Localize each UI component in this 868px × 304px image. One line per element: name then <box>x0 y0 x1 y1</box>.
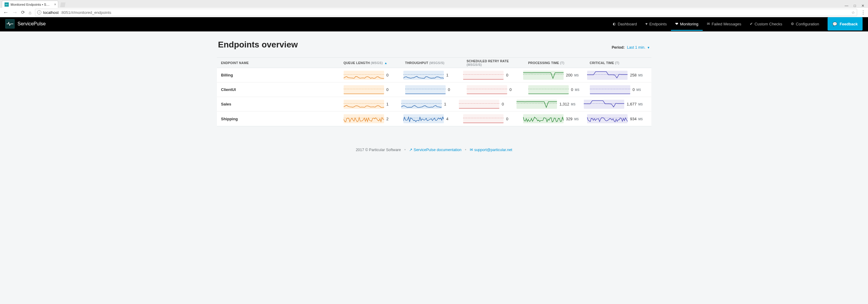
brand[interactable]: ServicePulse <box>5 19 45 28</box>
metric-cell-crit: 934 MS <box>587 114 651 123</box>
reload-button-icon[interactable]: ⟳ <box>21 10 25 15</box>
metric-value: 934 MS <box>630 117 643 121</box>
col-endpoint-name[interactable]: ENDPOINT NAME <box>217 61 344 65</box>
sparkline-blue <box>401 100 442 109</box>
sparkline-green <box>528 85 569 94</box>
metric-cell-retry: 0 <box>463 114 523 123</box>
metric-value: 0 MS <box>571 87 580 92</box>
site-info-icon[interactable]: i <box>37 10 41 15</box>
page-footer: 2017 © Particular Software • ↗ServicePul… <box>217 126 651 152</box>
window-maximize-icon[interactable]: □ <box>854 4 856 8</box>
endpoints-table: ENDPOINT NAME QUEUE LENGTH (MSGS) ▲ THRO… <box>217 57 651 126</box>
metric-cell-crit: 258 MS <box>587 71 651 80</box>
app-topbar: ServicePulse ◐ Dashboard ♥ Endpoints ❤ M… <box>0 17 868 30</box>
browser-toolbar: ← → ⟳ ⌂ i localhost :8051/#/monitored_en… <box>0 8 868 17</box>
metric-value: 0 <box>448 87 450 92</box>
metric-value: 1 <box>446 73 448 77</box>
new-tab-button[interactable] <box>60 2 65 7</box>
table-row[interactable]: Sales 1 1 0 1,312 MS 1,677 MS <box>217 97 651 111</box>
envelope-icon: ✉ <box>707 22 710 26</box>
metric-value: 0 <box>506 73 508 77</box>
period-value: Last 1 min. <box>627 45 645 50</box>
forward-button-icon: → <box>12 9 18 16</box>
sparkline-purple <box>584 100 624 109</box>
table-row[interactable]: Billing 0 1 0 200 MS 258 MS <box>217 68 651 83</box>
metric-cell-throughput: 0 <box>405 85 467 94</box>
sparkline-red <box>463 114 503 123</box>
page: Endpoints overview Period: Last 1 min. ▼… <box>217 31 651 170</box>
footer-support-link[interactable]: ✉support@particular.net <box>470 148 512 152</box>
sparkline-red <box>463 71 503 80</box>
metric-cell-crit: 1,677 MS <box>584 100 651 109</box>
close-tab-icon[interactable]: × <box>54 2 56 7</box>
nav-custom-checks[interactable]: ✔ Custom Checks <box>745 17 786 30</box>
col-processing-time[interactable]: PROCESSING TIME (T) <box>528 61 590 65</box>
sparkline-red <box>459 100 499 109</box>
nav-label: Dashboard <box>618 22 637 26</box>
metric-cell-queue: 0 <box>344 71 403 80</box>
metric-value: 0 <box>386 73 389 77</box>
speech-bubble-icon: 💬 <box>832 22 837 26</box>
browser-menu-icon[interactable]: ⋮ <box>861 10 865 16</box>
metric-cell-proc: 0 MS <box>528 85 590 94</box>
nav-failed-messages[interactable]: ✉ Failed Messages <box>703 17 745 30</box>
col-queue-length[interactable]: QUEUE LENGTH (MSGS) ▲ <box>344 61 405 65</box>
url-host: localhost <box>43 10 59 15</box>
metric-cell-retry: 0 <box>463 71 523 80</box>
table-row[interactable]: Shipping 2 4 0 329 MS 934 MS <box>217 111 651 126</box>
external-link-icon: ↗ <box>409 148 412 152</box>
sparkline-orange <box>344 100 384 109</box>
period-label: Period: <box>612 45 624 50</box>
home-button-icon[interactable]: ⌂ <box>29 10 31 15</box>
metric-value: 200 MS <box>566 73 579 77</box>
metric-value: 1,312 MS <box>559 102 575 106</box>
endpoint-name: Billing <box>217 73 344 77</box>
browser-chrome: Monitored Endpoints • S… × — □ ✕ ← → ⟳ ⌂… <box>0 0 868 17</box>
caret-down-icon: ▼ <box>647 46 650 49</box>
col-throughput[interactable]: THROUGHPUT (MSGS/S) <box>405 61 467 65</box>
window-minimize-icon[interactable]: — <box>845 4 848 8</box>
metric-value: 1 <box>444 102 446 106</box>
browser-tab[interactable]: Monitored Endpoints • S… × <box>2 1 58 8</box>
metric-value: 1,677 MS <box>627 102 643 106</box>
back-button-icon[interactable]: ← <box>3 9 8 16</box>
metric-cell-throughput: 4 <box>403 114 463 123</box>
nav-dashboard[interactable]: ◐ Dashboard <box>609 17 641 30</box>
bookmark-star-icon[interactable]: ☆ <box>851 10 855 15</box>
heart-icon: ♥ <box>645 22 647 26</box>
col-critical-time[interactable]: CRITICAL TIME (T) <box>590 61 651 65</box>
endpoint-name: Sales <box>217 102 344 106</box>
nav-monitoring[interactable]: ❤ Monitoring <box>671 17 703 30</box>
metric-value: 1 <box>386 102 389 106</box>
metric-value: 4 <box>446 117 448 121</box>
sparkline-green <box>523 114 564 123</box>
sparkline-orange <box>344 85 384 94</box>
table-row[interactable]: ClientUI 0 0 0 0 MS 0 MS <box>217 83 651 97</box>
metric-value: 2 <box>386 117 389 121</box>
metric-cell-retry: 0 <box>459 100 517 109</box>
metric-cell-proc: 1,312 MS <box>517 100 584 109</box>
nav-label: Configuration <box>796 22 819 26</box>
sort-asc-icon: ▲ <box>384 61 388 65</box>
browser-tab-title: Monitored Endpoints • S… <box>10 3 50 6</box>
nav-label: Monitoring <box>680 22 699 26</box>
metric-value: 0 <box>509 87 512 92</box>
metric-value: 329 MS <box>566 117 579 121</box>
address-bar[interactable]: i localhost :8051/#/monitored_endpoints … <box>35 9 857 16</box>
window-close-icon[interactable]: ✕ <box>861 4 864 8</box>
brand-name: ServicePulse <box>18 21 45 27</box>
page-title: Endpoints overview <box>218 40 298 50</box>
sparkline-green <box>517 100 557 109</box>
feedback-button[interactable]: 💬 Feedback <box>828 17 863 30</box>
footer-docs-link[interactable]: ↗ServicePulse documentation <box>409 148 463 152</box>
check-icon: ✔ <box>750 22 753 26</box>
col-retry-rate[interactable]: SCHEDULED RETRY RATE (MSGS/S) <box>467 59 528 66</box>
servicepulse-logo-icon <box>5 19 14 28</box>
nav-endpoints[interactable]: ♥ Endpoints <box>641 17 671 30</box>
metric-value: 0 <box>506 117 508 121</box>
sparkline-purple <box>590 85 630 94</box>
nav-configuration[interactable]: ⚙ Configuration <box>786 17 823 30</box>
sparkline-blue <box>403 114 444 123</box>
metric-value: 258 MS <box>630 73 643 77</box>
period-selector[interactable]: Period: Last 1 min. ▼ <box>612 45 650 50</box>
